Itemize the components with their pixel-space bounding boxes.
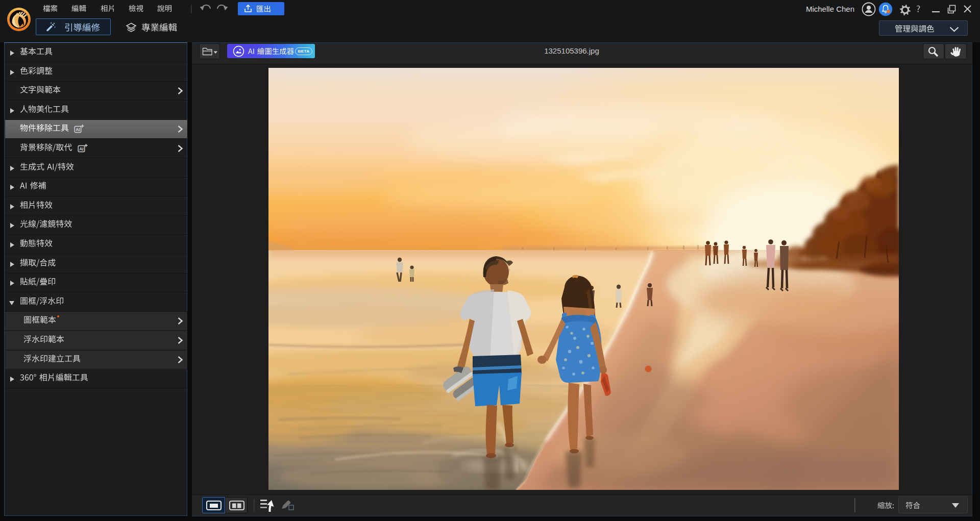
svg-text:AI: AI: [76, 127, 80, 132]
svg-text:AI: AI: [79, 146, 84, 152]
